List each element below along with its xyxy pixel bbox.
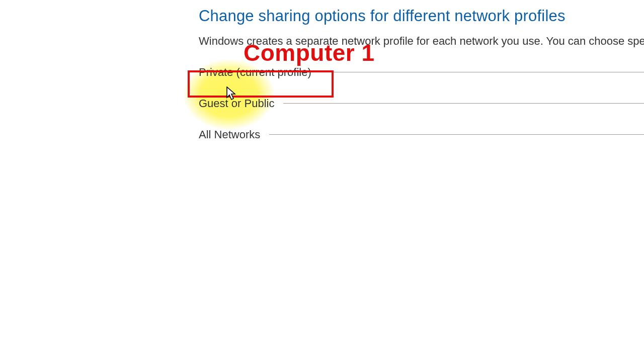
page-title: Change sharing options for different net… xyxy=(199,7,644,25)
profile-guest-public-label: Guest or Public xyxy=(199,97,281,110)
main-content: Change sharing options for different net… xyxy=(199,7,644,159)
profile-all-networks[interactable]: All Networks xyxy=(199,128,644,141)
profile-all-networks-label: All Networks xyxy=(199,128,267,141)
divider-line xyxy=(269,134,644,135)
profile-private[interactable]: Private (current profile) xyxy=(199,66,644,79)
page-description: Windows creates a separate network profi… xyxy=(199,34,644,49)
profile-guest-public[interactable]: Guest or Public xyxy=(199,97,644,110)
profile-private-label: Private (current profile) xyxy=(199,66,318,79)
divider-line xyxy=(320,72,644,72)
divider-line xyxy=(283,103,644,104)
